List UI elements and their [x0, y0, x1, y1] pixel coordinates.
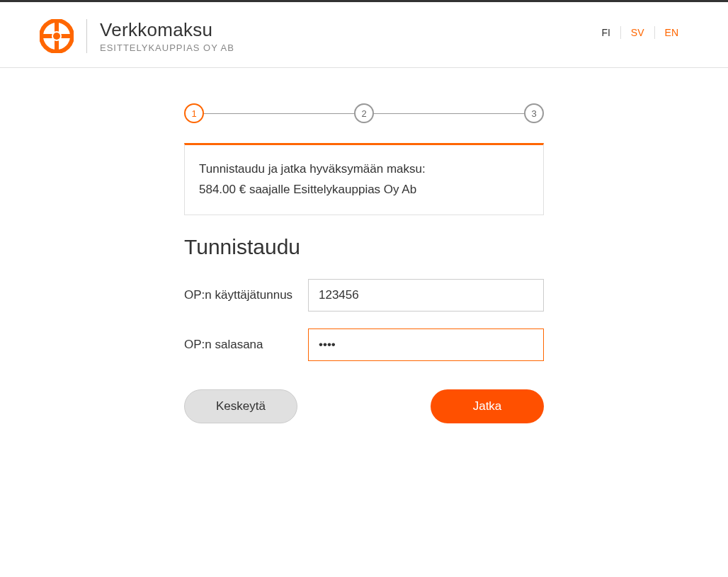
step-indicator: 1 2 3 [184, 103, 544, 123]
info-instruction: Tunnistaudu ja jatka hyväksymään maksu: [199, 159, 529, 180]
lang-fi[interactable]: FI [591, 26, 620, 39]
step-1: 1 [184, 103, 204, 123]
step-2: 2 [354, 103, 374, 123]
lang-en[interactable]: EN [655, 26, 688, 39]
brand-block: Verkkomaksu ESITTELYKAUPPIAS OY AB [40, 19, 234, 53]
title-block: Verkkomaksu ESITTELYKAUPPIAS OY AB [86, 19, 234, 53]
password-row: OP:n salasana [184, 329, 544, 361]
lang-sv[interactable]: SV [621, 26, 655, 39]
svg-point-4 [53, 33, 60, 40]
step-3: 3 [524, 103, 544, 123]
op-logo-icon [40, 19, 74, 53]
payment-info-box: Tunnistaudu ja jatka hyväksymään maksu: … [184, 143, 544, 215]
button-row: Keskeytä Jatka [184, 389, 544, 423]
password-input[interactable] [308, 329, 544, 361]
header: Verkkomaksu ESITTELYKAUPPIAS OY AB FI SV… [0, 2, 728, 68]
main-content: 1 2 3 Tunnistaudu ja jatka hyväksymään m… [184, 103, 544, 423]
merchant-name: ESITTELYKAUPPIAS OY AB [100, 42, 234, 53]
username-row: OP:n käyttäjätunnus [184, 279, 544, 312]
username-label: OP:n käyttäjätunnus [184, 288, 308, 302]
continue-button[interactable]: Jatka [431, 389, 544, 423]
info-amount: 584.00 € saajalle Esittelykauppias Oy Ab [199, 180, 529, 200]
password-label: OP:n salasana [184, 338, 308, 352]
cancel-button[interactable]: Keskeytä [184, 389, 297, 423]
username-input[interactable] [308, 279, 544, 312]
page-title: Verkkomaksu [100, 19, 234, 41]
section-title: Tunnistaudu [184, 235, 544, 259]
language-switcher: FI SV EN [591, 19, 688, 39]
